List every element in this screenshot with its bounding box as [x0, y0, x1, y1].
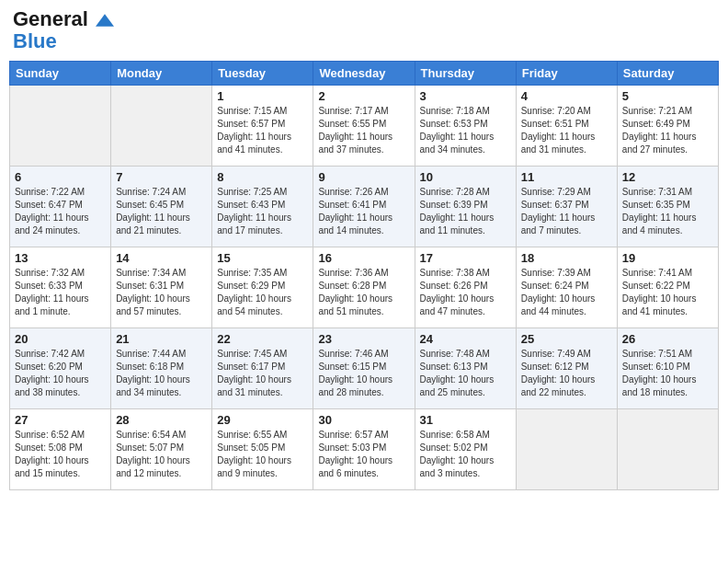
- day-info: Sunrise: 7:31 AM Sunset: 6:35 PM Dayligh…: [622, 186, 713, 237]
- calendar-cell: 5Sunrise: 7:21 AM Sunset: 6:49 PM Daylig…: [617, 86, 718, 167]
- calendar-cell: 1Sunrise: 7:15 AM Sunset: 6:57 PM Daylig…: [212, 86, 313, 167]
- column-header-thursday: Thursday: [415, 62, 516, 86]
- column-header-saturday: Saturday: [617, 62, 718, 86]
- day-info: Sunrise: 7:44 AM Sunset: 6:18 PM Dayligh…: [116, 348, 207, 399]
- column-header-tuesday: Tuesday: [212, 62, 313, 86]
- day-info: Sunrise: 7:21 AM Sunset: 6:49 PM Dayligh…: [622, 105, 713, 156]
- calendar-cell: [111, 86, 212, 167]
- calendar-cell: 20Sunrise: 7:42 AM Sunset: 6:20 PM Dayli…: [10, 328, 111, 409]
- day-number: 28: [116, 413, 207, 427]
- calendar-cell: 23Sunrise: 7:46 AM Sunset: 6:15 PM Dayli…: [313, 328, 415, 409]
- day-number: 13: [15, 251, 106, 265]
- day-info: Sunrise: 6:52 AM Sunset: 5:08 PM Dayligh…: [15, 429, 106, 480]
- page-header: General Blue: [9, 9, 719, 53]
- calendar-table: SundayMondayTuesdayWednesdayThursdayFrid…: [9, 61, 719, 490]
- day-number: 16: [318, 251, 409, 265]
- day-info: Sunrise: 7:24 AM Sunset: 6:45 PM Dayligh…: [116, 186, 207, 237]
- calendar-week-row: 20Sunrise: 7:42 AM Sunset: 6:20 PM Dayli…: [10, 328, 719, 409]
- calendar-cell: 31Sunrise: 6:58 AM Sunset: 5:02 PM Dayli…: [415, 409, 516, 490]
- day-info: Sunrise: 7:48 AM Sunset: 6:13 PM Dayligh…: [420, 348, 511, 399]
- day-number: 31: [420, 413, 511, 427]
- calendar-cell: 8Sunrise: 7:25 AM Sunset: 6:43 PM Daylig…: [212, 167, 313, 247]
- day-number: 26: [622, 332, 713, 346]
- calendar-cell: 15Sunrise: 7:35 AM Sunset: 6:29 PM Dayli…: [212, 247, 313, 328]
- day-number: 24: [420, 332, 511, 346]
- day-number: 18: [521, 251, 612, 265]
- day-info: Sunrise: 7:26 AM Sunset: 6:41 PM Dayligh…: [318, 186, 409, 237]
- day-info: Sunrise: 7:15 AM Sunset: 6:57 PM Dayligh…: [217, 105, 308, 156]
- day-number: 2: [318, 89, 409, 103]
- calendar-cell: 6Sunrise: 7:22 AM Sunset: 6:47 PM Daylig…: [10, 167, 111, 247]
- day-number: 7: [116, 170, 207, 184]
- day-info: Sunrise: 7:18 AM Sunset: 6:53 PM Dayligh…: [420, 105, 511, 156]
- calendar-cell: 10Sunrise: 7:28 AM Sunset: 6:39 PM Dayli…: [415, 167, 516, 247]
- logo: General Blue: [13, 9, 114, 53]
- day-info: Sunrise: 7:22 AM Sunset: 6:47 PM Dayligh…: [15, 186, 106, 237]
- calendar-cell: 12Sunrise: 7:31 AM Sunset: 6:35 PM Dayli…: [617, 167, 718, 247]
- day-info: Sunrise: 7:32 AM Sunset: 6:33 PM Dayligh…: [15, 267, 106, 318]
- day-info: Sunrise: 7:34 AM Sunset: 6:31 PM Dayligh…: [116, 267, 207, 318]
- calendar-cell: 13Sunrise: 7:32 AM Sunset: 6:33 PM Dayli…: [10, 247, 111, 328]
- day-info: Sunrise: 7:38 AM Sunset: 6:26 PM Dayligh…: [420, 267, 511, 318]
- day-number: 8: [217, 170, 308, 184]
- day-number: 6: [15, 170, 106, 184]
- day-info: Sunrise: 6:57 AM Sunset: 5:03 PM Dayligh…: [318, 429, 409, 480]
- day-number: 15: [217, 251, 308, 265]
- day-number: 4: [521, 89, 612, 103]
- day-number: 23: [318, 332, 409, 346]
- calendar-cell: 7Sunrise: 7:24 AM Sunset: 6:45 PM Daylig…: [111, 167, 212, 247]
- day-info: Sunrise: 7:49 AM Sunset: 6:12 PM Dayligh…: [521, 348, 612, 399]
- column-header-friday: Friday: [516, 62, 617, 86]
- day-info: Sunrise: 7:20 AM Sunset: 6:51 PM Dayligh…: [521, 105, 612, 156]
- calendar-cell: 3Sunrise: 7:18 AM Sunset: 6:53 PM Daylig…: [415, 86, 516, 167]
- day-info: Sunrise: 6:58 AM Sunset: 5:02 PM Dayligh…: [420, 429, 511, 480]
- calendar-cell: 28Sunrise: 6:54 AM Sunset: 5:07 PM Dayli…: [111, 409, 212, 490]
- day-info: Sunrise: 7:35 AM Sunset: 6:29 PM Dayligh…: [217, 267, 308, 318]
- calendar-cell: 29Sunrise: 6:55 AM Sunset: 5:05 PM Dayli…: [212, 409, 313, 490]
- day-number: 19: [622, 251, 713, 265]
- day-number: 22: [217, 332, 308, 346]
- calendar-cell: 14Sunrise: 7:34 AM Sunset: 6:31 PM Dayli…: [111, 247, 212, 328]
- day-info: Sunrise: 7:41 AM Sunset: 6:22 PM Dayligh…: [622, 267, 713, 318]
- calendar-cell: 4Sunrise: 7:20 AM Sunset: 6:51 PM Daylig…: [516, 86, 617, 167]
- calendar-cell: [617, 409, 718, 490]
- day-number: 14: [116, 251, 207, 265]
- day-info: Sunrise: 7:51 AM Sunset: 6:10 PM Dayligh…: [622, 348, 713, 399]
- day-number: 5: [622, 89, 713, 103]
- day-info: Sunrise: 6:55 AM Sunset: 5:05 PM Dayligh…: [217, 429, 308, 480]
- calendar-cell: 21Sunrise: 7:44 AM Sunset: 6:18 PM Dayli…: [111, 328, 212, 409]
- calendar-cell: 17Sunrise: 7:38 AM Sunset: 6:26 PM Dayli…: [415, 247, 516, 328]
- calendar-cell: 2Sunrise: 7:17 AM Sunset: 6:55 PM Daylig…: [313, 86, 415, 167]
- calendar-cell: 25Sunrise: 7:49 AM Sunset: 6:12 PM Dayli…: [516, 328, 617, 409]
- day-info: Sunrise: 7:25 AM Sunset: 6:43 PM Dayligh…: [217, 186, 308, 237]
- column-header-sunday: Sunday: [10, 62, 111, 86]
- calendar-cell: 16Sunrise: 7:36 AM Sunset: 6:28 PM Dayli…: [313, 247, 415, 328]
- calendar-cell: 19Sunrise: 7:41 AM Sunset: 6:22 PM Dayli…: [617, 247, 718, 328]
- calendar-cell: 30Sunrise: 6:57 AM Sunset: 5:03 PM Dayli…: [313, 409, 415, 490]
- calendar-week-row: 27Sunrise: 6:52 AM Sunset: 5:08 PM Dayli…: [10, 409, 719, 490]
- day-number: 3: [420, 89, 511, 103]
- day-number: 27: [15, 413, 106, 427]
- calendar-week-row: 6Sunrise: 7:22 AM Sunset: 6:47 PM Daylig…: [10, 167, 719, 247]
- logo-blue: Blue: [13, 29, 57, 52]
- calendar-cell: 9Sunrise: 7:26 AM Sunset: 6:41 PM Daylig…: [313, 167, 415, 247]
- calendar-cell: 26Sunrise: 7:51 AM Sunset: 6:10 PM Dayli…: [617, 328, 718, 409]
- day-info: Sunrise: 6:54 AM Sunset: 5:07 PM Dayligh…: [116, 429, 207, 480]
- day-number: 11: [521, 170, 612, 184]
- svg-marker-0: [96, 15, 114, 27]
- day-info: Sunrise: 7:42 AM Sunset: 6:20 PM Dayligh…: [15, 348, 106, 399]
- calendar-cell: 27Sunrise: 6:52 AM Sunset: 5:08 PM Dayli…: [10, 409, 111, 490]
- calendar-cell: [516, 409, 617, 490]
- day-info: Sunrise: 7:46 AM Sunset: 6:15 PM Dayligh…: [318, 348, 409, 399]
- calendar-cell: 18Sunrise: 7:39 AM Sunset: 6:24 PM Dayli…: [516, 247, 617, 328]
- logo-text: General: [13, 9, 114, 29]
- day-info: Sunrise: 7:45 AM Sunset: 6:17 PM Dayligh…: [217, 348, 308, 399]
- day-info: Sunrise: 7:39 AM Sunset: 6:24 PM Dayligh…: [521, 267, 612, 318]
- day-number: 1: [217, 89, 308, 103]
- calendar-cell: [10, 86, 111, 167]
- calendar-cell: 22Sunrise: 7:45 AM Sunset: 6:17 PM Dayli…: [212, 328, 313, 409]
- day-info: Sunrise: 7:29 AM Sunset: 6:37 PM Dayligh…: [521, 186, 612, 237]
- calendar-cell: 24Sunrise: 7:48 AM Sunset: 6:13 PM Dayli…: [415, 328, 516, 409]
- day-number: 9: [318, 170, 409, 184]
- day-number: 21: [116, 332, 207, 346]
